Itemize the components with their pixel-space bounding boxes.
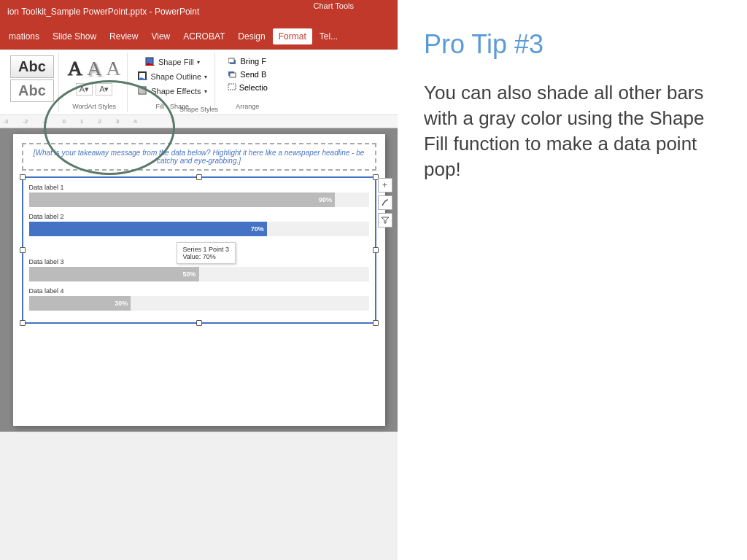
handle-bl xyxy=(20,320,26,326)
tooltip-series: Series 1 Point 3 xyxy=(183,246,230,253)
window-title: ion Toolkit_Sample PowerPoint.pptx - Pow… xyxy=(7,7,199,17)
svg-rect-3 xyxy=(140,88,146,94)
bar-track-2: 70% xyxy=(29,222,369,236)
shape-effects-button[interactable]: Shape Effects ▾ xyxy=(135,85,209,98)
bar-label-2: Data label 2 xyxy=(29,213,369,220)
slide-headline: [What is your takeaway message from the … xyxy=(22,143,376,171)
bring-forward-button[interactable]: Bring F xyxy=(225,55,268,67)
bar-row-4: Data label 4 30% xyxy=(29,287,369,311)
arrange-label: Arrange xyxy=(218,103,276,110)
menu-bar: mations Slide Show Review View ACROBAT D… xyxy=(0,23,398,50)
powerpoint-screenshot: ion Toolkit_Sample PowerPoint.pptx - Pow… xyxy=(0,0,398,560)
paint-brush-icon xyxy=(381,198,390,207)
wordart-styles-label: WordArt Styles xyxy=(62,103,127,110)
pro-tip-title: Pro Tip #3 xyxy=(424,29,721,60)
svg-rect-7 xyxy=(230,73,236,77)
font-size-a2[interactable]: A▾ xyxy=(96,83,112,96)
bar-track-3: 50% xyxy=(29,267,369,281)
bar-label-4: Data label 4 xyxy=(29,287,369,295)
chart-tools-label: Chart Tools xyxy=(314,1,354,10)
send-label: Send B xyxy=(240,70,266,79)
selection-pane-button[interactable]: Selectio xyxy=(225,82,271,93)
slide: [What is your takeaway message from the … xyxy=(13,134,385,426)
slide-area: [What is your takeaway message from the … xyxy=(0,128,398,432)
menu-review[interactable]: Review xyxy=(104,28,144,44)
shape-fill-dropdown[interactable]: ▾ xyxy=(197,59,200,66)
shape-outline-label: Shape Outline xyxy=(151,72,202,81)
bar-label-1: Data label 1 xyxy=(29,184,369,191)
wordart-a-outlined[interactable]: A xyxy=(68,57,82,80)
shape-fill-button[interactable]: Shape Fill ▾ xyxy=(142,55,203,69)
bar-fill-3[interactable]: 50% xyxy=(29,267,199,281)
shape-effects-dropdown[interactable]: ▾ xyxy=(204,88,207,95)
tooltip-value: Value: 70% xyxy=(183,253,230,260)
menu-view[interactable]: View xyxy=(145,28,176,44)
bar-track-4: 30% xyxy=(29,296,369,311)
wordart-row: A A A xyxy=(68,57,121,80)
bar-value-1: 90% xyxy=(319,196,332,203)
pro-tip-body: You can also shade all other bars with a… xyxy=(424,80,721,182)
ribbon-toolbar: Abc Abc Shape Styles A A A A▾ A▾ WordArt… xyxy=(0,50,398,115)
menu-animations[interactable]: mations xyxy=(3,28,45,44)
handle-mr xyxy=(373,247,379,253)
right-panel: Pro Tip #3 You can also shade all other … xyxy=(398,0,747,560)
bar-fill-1[interactable]: 90% xyxy=(29,192,335,207)
handle-br xyxy=(373,320,379,326)
fill-shape-label: Fill - Shape xyxy=(131,103,215,110)
send-backward-button[interactable]: Send B xyxy=(225,69,269,80)
chart-filter-button[interactable] xyxy=(378,213,392,228)
title-bar: ion Toolkit_Sample PowerPoint.pptx - Pow… xyxy=(0,0,398,23)
shape-outline-dropdown[interactable]: ▾ xyxy=(204,74,207,80)
send-backward-icon xyxy=(228,70,237,79)
menu-format[interactable]: Format xyxy=(273,28,312,44)
shape-effects-label: Shape Effects xyxy=(151,87,201,96)
add-element-button[interactable]: + xyxy=(378,178,392,192)
wordart-a-gradient[interactable]: A xyxy=(106,57,120,80)
svg-rect-8 xyxy=(228,84,236,90)
handle-ml xyxy=(20,247,26,253)
chart-actions: + xyxy=(378,178,392,228)
abc-button-outline[interactable]: Abc xyxy=(10,79,54,102)
shape-effects-icon xyxy=(138,86,148,96)
ribbon-abc-group: Abc Abc Shape Styles xyxy=(6,52,59,112)
svg-rect-5 xyxy=(228,58,234,63)
menu-acrobat[interactable]: ACROBAT xyxy=(177,28,231,44)
abc-button-filled[interactable]: Abc xyxy=(10,55,54,78)
menu-tel[interactable]: Tel... xyxy=(314,28,344,44)
bar-track-1: 90% xyxy=(29,192,369,207)
chart-container[interactable]: Data label 1 90% Data label 2 70% xyxy=(22,176,376,324)
bar-row-2: Data label 2 70% xyxy=(29,213,369,236)
bar-value-4: 30% xyxy=(115,300,128,307)
bring-label: Bring F xyxy=(240,57,266,66)
selection-icon xyxy=(228,83,236,92)
handle-tl xyxy=(20,174,26,180)
font-size-a1[interactable]: A▾ xyxy=(76,83,93,96)
handle-bc xyxy=(196,320,202,326)
bar-fill-4[interactable]: 30% xyxy=(29,296,131,311)
bar-fill-2[interactable]: 70% xyxy=(29,222,267,236)
handle-tc xyxy=(196,174,202,180)
bar-value-2: 70% xyxy=(251,225,264,233)
ruler: -3 -2 -1 0 1 2 3 4 xyxy=(0,115,398,128)
filter-icon xyxy=(381,216,390,225)
bring-forward-icon xyxy=(228,57,237,66)
shape-outline-icon xyxy=(138,71,148,82)
arrange-group: Bring F Send B Selectio Arrange xyxy=(218,52,276,112)
font-size-row: A▾ A▾ xyxy=(76,83,113,96)
chart-tooltip: Series 1 Point 3 Value: 70% xyxy=(177,242,236,264)
shape-fill-icon xyxy=(145,57,155,67)
shape-tools-group: Shape Fill ▾ Shape Outline ▾ Shape Effec… xyxy=(131,52,216,112)
shape-fill-label: Shape Fill xyxy=(158,58,194,66)
menu-design[interactable]: Design xyxy=(232,28,271,44)
chart-style-button[interactable] xyxy=(378,195,392,210)
selection-label: Selectio xyxy=(239,83,268,92)
wordart-group: A A A A▾ A▾ WordArt Styles xyxy=(62,52,128,112)
bar-value-3: 50% xyxy=(182,271,196,278)
wordart-a-shadow[interactable]: A xyxy=(87,57,101,80)
shape-outline-button[interactable]: Shape Outline ▾ xyxy=(135,70,211,83)
menu-slideshow[interactable]: Slide Show xyxy=(47,28,102,44)
bar-row-1: Data label 1 90% xyxy=(29,184,369,207)
